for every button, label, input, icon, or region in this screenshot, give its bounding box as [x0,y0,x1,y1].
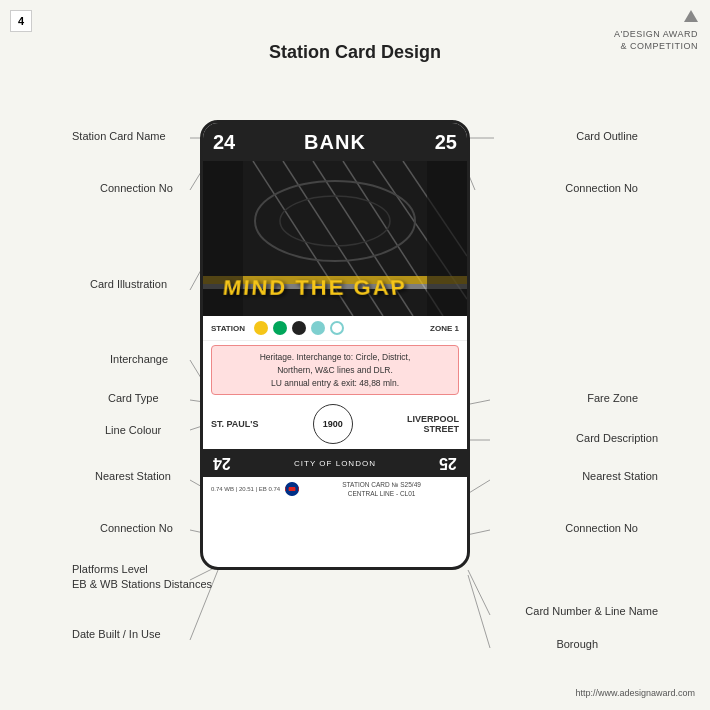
card-type-row: STATION ZONE 1 [203,316,467,341]
station-card-container: 24 BANK 25 [200,120,470,570]
label-card-description: Card Description [576,432,658,444]
label-connection-no-left-1: Connection No [100,182,173,194]
svg-line-7 [470,400,490,404]
fare-zone-value: ZONE 1 [430,324,459,333]
nearest-station-right-value: LIVERPOOLSTREET [407,414,459,434]
card-bottom-bar: 24 CITY OF LONDON 25 [203,449,467,477]
underground-logo-icon [284,481,300,497]
dot-yellow [254,321,268,335]
label-date-built: Date Built / In Use [72,628,161,640]
bottom-number-left: 24 [213,454,231,472]
label-card-type: Card Type [108,392,159,404]
label-nearest-station-right: Nearest Station [582,470,658,482]
svg-line-15 [468,570,490,615]
label-platforms-level: Platforms Level [72,563,148,575]
year-badge: 1900 [313,404,353,444]
label-card-number-line-name: Card Number & Line Name [525,605,658,617]
station-card: 24 BANK 25 [200,120,470,570]
card-number-left: 24 [213,131,243,154]
label-fare-zone: Fare Zone [587,392,638,404]
label-card-outline: Card Outline [576,130,638,142]
card-station-name: BANK [243,131,427,154]
card-top-bar: 24 BANK 25 [203,123,467,161]
card-type-label: STATION [211,324,245,333]
label-station-card-name: Station Card Name [72,130,166,142]
label-connection-no-left-2: Connection No [100,522,173,534]
nearest-station-left-value: ST. PAUL'S [211,419,258,429]
photo-simulation: MIND THE GAP [203,161,467,316]
footer-left-text: 0.74 WB | 20.51 | EB 0.74 [211,486,280,492]
bottom-number-right: 25 [439,454,457,472]
svg-line-17 [468,575,490,648]
label-nearest-station-left: Nearest Station [95,470,171,482]
footer-center-text: STATION CARD № S25/49CENTRAL LINE - CL01 [304,480,459,498]
label-eb-wb: EB & WB Stations Distances [72,578,212,590]
page-number: 4 [10,10,32,32]
card-footer-details: 0.74 WB | 20.51 | EB 0.74 STATION CARD №… [203,477,467,501]
bottom-city: CITY OF LONDON [294,459,376,468]
nearest-stations-row: ST. PAUL'S 1900 LIVERPOOLSTREET [203,399,467,449]
dot-teal [311,321,325,335]
label-line-colour: Line Colour [105,424,161,436]
page-title: Station Card Design [0,42,710,63]
card-description-text: Heritage. Interchange to: Circle, Distri… [211,345,459,395]
website-url: http://www.adesignaward.com [575,688,695,698]
label-card-illustration: Card Illustration [90,278,167,290]
card-photo: MIND THE GAP [203,161,467,316]
svg-rect-30 [427,161,467,316]
dot-black [292,321,306,335]
mind-the-gap-text: MIND THE GAP [221,276,408,301]
label-interchange: Interchange [110,353,168,365]
dot-green [273,321,287,335]
label-connection-no-right-1: Connection No [565,182,638,194]
card-number-right: 25 [427,131,457,154]
dot-teal-outline [330,321,344,335]
label-borough: Borough [556,638,598,650]
label-connection-no-right-2: Connection No [565,522,638,534]
